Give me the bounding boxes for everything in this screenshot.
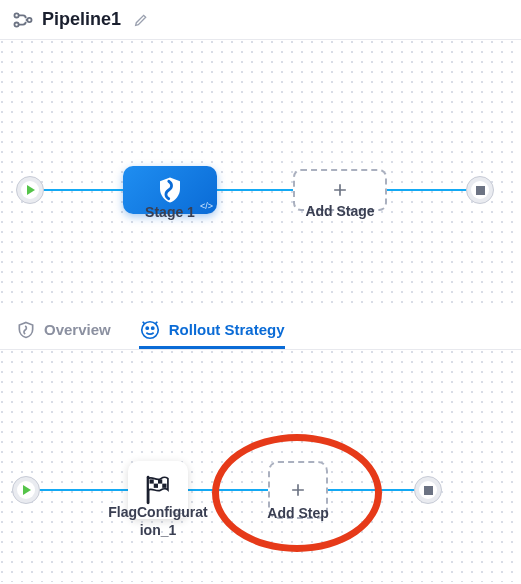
stage-node[interactable]: </> Stage 1 [123, 166, 217, 214]
page-title: Pipeline1 [42, 9, 121, 30]
stop-icon [424, 486, 433, 495]
steps-canvas[interactable]: </> FlagConfiguration_1 Add Step [0, 350, 521, 582]
svg-point-5 [151, 327, 153, 329]
svg-rect-8 [154, 484, 158, 488]
stage-tabs: Overview Rollout Strategy [0, 310, 521, 350]
add-step-button[interactable]: Add Step [268, 461, 328, 519]
svg-point-3 [141, 321, 158, 338]
steps-start-node[interactable] [12, 476, 40, 504]
connector-line [184, 489, 270, 491]
svg-rect-6 [150, 479, 154, 483]
rollout-strategy-icon [139, 319, 161, 341]
svg-point-4 [146, 327, 148, 329]
play-icon [27, 185, 35, 195]
connector-line [328, 489, 418, 491]
plus-icon [288, 480, 308, 500]
tab-label: Rollout Strategy [169, 321, 285, 338]
connector-line [214, 189, 294, 191]
play-icon [23, 485, 31, 495]
svg-rect-7 [158, 479, 162, 483]
stop-icon [476, 186, 485, 195]
pipeline-end-node[interactable] [466, 176, 494, 204]
tab-label: Overview [44, 321, 111, 338]
connector-line [40, 189, 126, 191]
stages-canvas[interactable]: </> Stage 1 Add Stage [0, 40, 521, 310]
page-header: Pipeline1 [0, 0, 521, 40]
pipeline-icon [12, 9, 34, 31]
svg-rect-9 [162, 484, 166, 488]
edit-title-button[interactable] [133, 12, 149, 28]
connector-line [384, 189, 474, 191]
tab-overview[interactable]: Overview [16, 310, 111, 349]
svg-point-2 [27, 17, 31, 21]
svg-point-0 [14, 13, 18, 17]
feature-flags-icon [155, 175, 185, 205]
overview-icon [16, 320, 36, 340]
add-step-label: Add Step [267, 505, 328, 521]
stage-label: Stage 1 [145, 204, 195, 220]
plus-icon [330, 180, 350, 200]
pipeline-start-node[interactable] [16, 176, 44, 204]
tab-rollout-strategy[interactable]: Rollout Strategy [139, 310, 285, 349]
code-badge-icon: </> [200, 201, 213, 211]
add-stage-label: Add Stage [305, 203, 374, 219]
connector-line [36, 489, 130, 491]
add-stage-button[interactable]: Add Stage [293, 169, 387, 211]
step-label: FlagConfiguration_1 [108, 503, 208, 539]
step-node-flag-configuration[interactable]: </> FlagConfiguration_1 [128, 461, 188, 519]
checkered-flag-icon [141, 473, 175, 507]
svg-point-1 [14, 22, 18, 26]
steps-end-node[interactable] [414, 476, 442, 504]
